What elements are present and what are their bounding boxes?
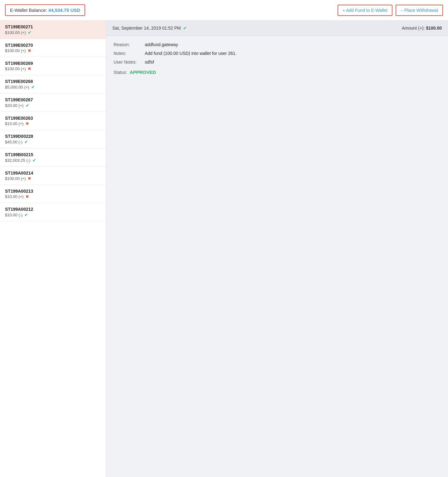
transaction-item[interactable]: ST199E00271$100.00 (+)✔: [0, 21, 106, 39]
status-value: APPROVED: [130, 70, 156, 75]
x-icon: ✖: [28, 48, 31, 53]
transaction-amount: $32,003.25 (-)✔: [5, 158, 101, 163]
transaction-item[interactable]: ST199B00215$32,003.25 (-)✔: [0, 148, 106, 167]
transaction-amount: $10.00 (-)✔: [5, 212, 101, 217]
add-fund-button[interactable]: + Add Fund to E-Wallet: [338, 5, 392, 16]
transaction-amount: $100.00 (+)✖: [5, 66, 101, 71]
transaction-id: ST199D00228: [5, 134, 101, 139]
status-label: Status:: [114, 70, 127, 75]
transaction-list: ST199E00271$100.00 (+)✔ST199E00270$100.0…: [0, 21, 106, 477]
check-icon: ✔: [31, 84, 35, 89]
amount-text: $10.00 (+): [5, 194, 24, 199]
amount-text: $45.00 (-): [5, 140, 22, 144]
amount-text: $20.00 (+): [5, 103, 24, 108]
x-icon: ✖: [28, 176, 31, 181]
amount-text: $100.00 (+): [5, 48, 26, 53]
transaction-item[interactable]: ST199A00214$100.00 (+)✖: [0, 167, 106, 185]
x-icon: ✖: [28, 66, 31, 71]
transaction-id: ST199A00212: [5, 207, 101, 212]
x-icon: ✖: [26, 121, 29, 126]
x-icon: ✖: [26, 194, 29, 199]
reason-value: addfund.gateway: [145, 42, 178, 47]
status-row: Status: APPROVED: [114, 70, 441, 75]
transaction-item[interactable]: ST199E00268$5,000.00 (+)✔: [0, 75, 106, 94]
notes-value: Add fund (100.00 USD) into wallet for us…: [145, 51, 236, 56]
transaction-id: ST199E00271: [5, 24, 101, 29]
transaction-amount: $5,000.00 (+)✔: [5, 84, 101, 89]
transaction-id: ST199A00213: [5, 189, 101, 194]
amount-text: $100.00 (+): [5, 176, 26, 181]
notes-label: Notes:: [114, 51, 145, 56]
reason-row: Reason: addfund.gateway: [114, 42, 441, 47]
transaction-item[interactable]: ST199E00269$100.00 (+)✖: [0, 57, 106, 75]
check-icon: ✔: [32, 158, 36, 163]
balance-label: E-Wallet Balance:: [10, 7, 48, 13]
transaction-id: ST199E00267: [5, 97, 101, 102]
transaction-amount: $10.00 (+)✖: [5, 194, 101, 199]
transaction-amount: $100.00 (+)✖: [5, 48, 101, 53]
transaction-id: ST199E00263: [5, 116, 101, 121]
notes-row: Notes: Add fund (100.00 USD) into wallet…: [114, 51, 441, 56]
transaction-id: ST199E00270: [5, 43, 101, 48]
amount-label-text: Amount (+):: [402, 26, 425, 31]
detail-panel: Sat, September 14, 2019 01:52 PM ✔ Amoun…: [106, 21, 448, 477]
detail-datetime: Sat, September 14, 2019 01:52 PM ✔: [112, 26, 187, 31]
transaction-amount: $10.00 (+)✖: [5, 121, 101, 126]
transaction-id: ST199A00214: [5, 171, 101, 176]
check-icon: ✔: [26, 103, 29, 108]
reason-label: Reason:: [114, 42, 145, 47]
balance-box: E-Wallet Balance: 44,534.75 USD: [5, 4, 85, 16]
amount-text: $10.00 (+): [5, 121, 24, 126]
user-notes-row: User Notes: sdfsf: [114, 60, 441, 65]
amount-text: $100.00 (+): [5, 66, 26, 71]
header-bar: E-Wallet Balance: 44,534.75 USD + Add Fu…: [0, 0, 448, 21]
user-notes-label: User Notes:: [114, 60, 145, 65]
action-buttons: + Add Fund to E-Wallet − Place Withdrawa…: [338, 5, 443, 16]
transaction-item[interactable]: ST199A00212$10.00 (-)✔: [0, 203, 106, 221]
detail-header: Sat, September 14, 2019 01:52 PM ✔ Amoun…: [106, 21, 448, 36]
check-icon: ✔: [24, 139, 28, 144]
amount-text: $100.00 (+): [5, 30, 26, 35]
main-content: ST199E00271$100.00 (+)✔ST199E00270$100.0…: [0, 21, 448, 477]
transaction-amount: $20.00 (+)✔: [5, 103, 101, 108]
check-icon: ✔: [24, 212, 28, 217]
datetime-check-icon: ✔: [183, 26, 187, 31]
detail-body: Reason: addfund.gateway Notes: Add fund …: [106, 36, 448, 81]
user-notes-value: sdfsf: [145, 60, 154, 65]
transaction-amount: $100.00 (+)✔: [5, 30, 101, 35]
transaction-item[interactable]: ST199D00228$45.00 (-)✔: [0, 130, 106, 148]
amount-text: $10.00 (-): [5, 213, 22, 217]
check-icon: ✔: [28, 30, 32, 35]
transaction-id: ST199E00268: [5, 79, 101, 84]
transaction-id: ST199E00269: [5, 61, 101, 66]
detail-amount: Amount (+): $100.00: [402, 26, 442, 31]
place-withdrawal-button[interactable]: − Place Withdrawal: [396, 5, 443, 16]
transaction-item[interactable]: ST199A00213$10.00 (+)✖: [0, 185, 106, 203]
balance-value: 44,534.75 USD: [48, 7, 80, 13]
amount-text: $5,000.00 (+): [5, 85, 29, 89]
transaction-amount: $45.00 (-)✔: [5, 139, 101, 144]
transaction-id: ST199B00215: [5, 152, 101, 157]
amount-value-text: $100.00: [426, 26, 442, 31]
amount-text: $32,003.25 (-): [5, 158, 31, 163]
transaction-item[interactable]: ST199E00263$10.00 (+)✖: [0, 112, 106, 130]
transaction-item[interactable]: ST199E00270$100.00 (+)✖: [0, 39, 106, 57]
transaction-amount: $100.00 (+)✖: [5, 176, 101, 181]
transaction-item[interactable]: ST199E00267$20.00 (+)✔: [0, 94, 106, 112]
datetime-text: Sat, September 14, 2019 01:52 PM: [112, 26, 181, 31]
